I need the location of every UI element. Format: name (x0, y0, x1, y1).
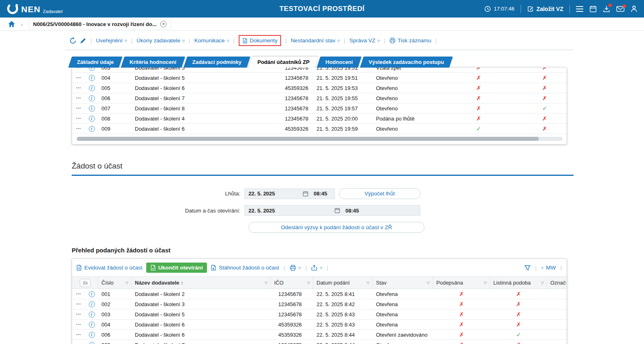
opening-date-value[interactable]: 22. 5. 2025 (245, 208, 333, 214)
row-menu-icon[interactable]: ••• (72, 96, 85, 100)
column-header-listinna-podoba[interactable]: Listinná podoba ▽ (490, 277, 547, 289)
submissions-table-body: •••i003 Dodavatel - školení 5 12345678 2… (72, 67, 567, 134)
notification-dot (609, 4, 612, 7)
tab-podani-ucastniku-zp[interactable]: Podání účastníků ZP (248, 57, 318, 68)
create-vz-button[interactable]: Založit VZ (527, 6, 563, 12)
info-icon[interactable]: i (85, 85, 98, 91)
submission-row[interactable]: •••i006 Dodavatel - školení 7 12345678 2… (72, 93, 567, 103)
main-menu-button[interactable] (576, 6, 583, 12)
toolbar-item-komunikace[interactable]: Komunikace▽ (194, 37, 229, 44)
opening-label: Datum a čas otevírání: (65, 208, 244, 214)
info-icon[interactable]: i (85, 75, 98, 81)
submission-row[interactable]: •••i005 Dodavatel - školení 6 45359326 2… (72, 83, 567, 93)
calc-deadlines-button[interactable]: Výpočet lhůt (339, 188, 420, 199)
row-menu-icon[interactable]: ••• (72, 322, 85, 326)
info-icon[interactable]: i (85, 67, 98, 71)
cell-ico: 45359326 (271, 332, 313, 338)
tab-zadavaci-podminky[interactable]: Zadávací podmínky (184, 57, 250, 68)
info-icon[interactable]: i (85, 311, 98, 318)
row-menu-icon[interactable]: ••• (72, 302, 85, 306)
submission-row[interactable]: •••i004 Dodavatel - školení 5 12345678 2… (72, 73, 567, 83)
history-button[interactable] (69, 37, 77, 44)
info-icon[interactable]: i (85, 95, 98, 101)
deadline-datetime-input[interactable]: 22. 5. 2025 08:45 (244, 188, 335, 199)
request-row[interactable]: •••i004 Dodavatel - školení 6 45359326 2… (72, 320, 567, 330)
tab-hodnoceni[interactable]: Hodnocení (317, 57, 361, 68)
edit-pencil-button[interactable] (80, 37, 86, 44)
download-requests-button[interactable]: Stáhnout žádosti o účast (211, 265, 279, 271)
cell-supplier: Dodavatel - školení 5 (132, 67, 271, 71)
info-icon[interactable]: i (85, 116, 98, 122)
finish-opening-button[interactable]: Ukončit otevírání (146, 263, 207, 273)
toolbar-item-tisk-zaznamu[interactable]: Tisk záznamu (389, 37, 431, 44)
profile-button[interactable] (631, 5, 637, 12)
tab-kriteria-hodnoceni[interactable]: Kritéria hodnocení (121, 57, 185, 68)
request-row[interactable]: •••i003 Dodavatel - školení 5 12345678 2… (72, 309, 567, 320)
info-icon[interactable]: i (85, 291, 98, 297)
export-dropdown-button[interactable]: ▽ (311, 265, 322, 271)
request-row[interactable]: •••i002 Dodavatel - školení 3 12345678 2… (72, 299, 567, 309)
info-icon[interactable]: i (85, 332, 98, 338)
print-dropdown-button[interactable]: ▽ (290, 265, 301, 271)
toolbar-item-nestandardni-stav[interactable]: Nestandardní stav▽ (291, 37, 340, 44)
toolbar-item-dokumenty[interactable]: Dokumenty (239, 35, 281, 46)
row-menu-icon[interactable]: ••• (72, 333, 85, 337)
tab-zakladni-udaje[interactable]: Základní údaje (68, 57, 123, 68)
info-icon[interactable]: i (85, 105, 98, 112)
row-menu-icon[interactable]: ••• (72, 76, 85, 80)
record-title: N006/25/V00004860 - Inovace v rozvoji ří… (33, 21, 156, 27)
calendar-icon[interactable] (333, 208, 342, 213)
filter-button[interactable] (524, 265, 531, 271)
calendar-icon[interactable] (301, 191, 310, 197)
tabs-bar: Základní údajeKritéria hodnoceníZadávací… (65, 57, 574, 68)
home-button[interactable] (8, 21, 15, 27)
open-record-tab[interactable]: N006/25/V00004860 - Inovace v rozvoji ří… (29, 19, 171, 29)
calendar-button[interactable] (589, 5, 597, 13)
messages-button[interactable] (616, 6, 624, 12)
submission-row[interactable]: •••i008 Dodavatel - školení 4 12345678 2… (72, 114, 567, 124)
column-header-nazev-dodavatele[interactable]: Název dodavatele ↑ ▽ (132, 277, 271, 289)
request-row[interactable]: •••i006 Dodavatel - školení 6 45359326 2… (72, 330, 567, 340)
deadline-time-value[interactable]: 08:45 (310, 191, 334, 197)
row-menu-icon[interactable]: ••• (72, 116, 85, 121)
info-icon[interactable]: i (85, 322, 98, 328)
scrollbar-thumb[interactable] (77, 137, 539, 141)
toolbar-item-sprava-vz[interactable]: Správa VZ▽ (349, 37, 380, 44)
send-invite-button[interactable]: Odeslání výzvy k podání žádosti o účast … (248, 222, 424, 233)
column-header-ico[interactable]: IČO ▽ (271, 277, 313, 289)
register-request-button[interactable]: Evidovat žádost o účast (76, 265, 143, 271)
view-selector[interactable]: ▽ MW (541, 265, 556, 271)
close-icon[interactable]: ✕ (160, 21, 167, 27)
row-menu-icon[interactable]: ••• (72, 127, 85, 131)
deadline-date-value[interactable]: 22. 5. 2025 (245, 191, 301, 197)
info-icon[interactable]: i (85, 342, 98, 344)
column-header-podepsana[interactable]: Podepsána ▽ (433, 277, 490, 289)
column-header-cislo[interactable]: Číslo ▽ (98, 277, 132, 289)
request-row[interactable]: •••i005 Dodavatel - školení 7 12345678 2… (72, 340, 567, 344)
toolbar-item-uverejneni[interactable]: Uveřejnění▽ (96, 37, 127, 44)
submission-row[interactable]: •••i007 Dodavatel - školení 8 12345678 2… (72, 103, 567, 114)
column-header-datum-podani[interactable]: Datum podání ▽ (313, 277, 373, 289)
column-header-oznac[interactable]: Označ ▽ (547, 277, 567, 289)
column-header-stav[interactable]: Stav ▽ (373, 277, 433, 289)
downloads-button[interactable] (603, 5, 610, 13)
row-menu-icon[interactable]: ••• (72, 86, 85, 90)
brand[interactable]: NEN Zadavatel (7, 2, 63, 15)
select-rows-button[interactable] (72, 277, 98, 289)
deadline-label: Lhůta: (65, 191, 244, 197)
row-menu-icon[interactable]: ••• (72, 106, 85, 110)
cell-ico: 45359326 (271, 322, 313, 328)
opening-datetime-input[interactable]: 22. 5. 2025 08:45 (244, 205, 420, 216)
info-icon[interactable]: i (85, 301, 98, 307)
request-row[interactable]: •••i001 Dodavatel - školení 2 12345678 2… (72, 289, 567, 299)
horizontal-scrollbar[interactable] (76, 137, 563, 141)
row-menu-icon[interactable]: ••• (72, 312, 85, 316)
view-label: MW (546, 265, 556, 271)
row-menu-icon[interactable]: ••• (72, 292, 85, 296)
info-icon[interactable]: i (85, 126, 98, 132)
tab-vysledek-zadavaciho-postupu[interactable]: Výsledek zadávacího postupu (360, 57, 453, 68)
submission-row[interactable]: •••i003 Dodavatel - školení 5 12345678 2… (72, 67, 567, 73)
submission-row[interactable]: •••i009 Dodavatel - školení 6 45359326 2… (72, 124, 567, 134)
toolbar-item-ukony-zadavatele[interactable]: Úkony zadavatele▽ (136, 37, 185, 44)
opening-time-value[interactable]: 08:45 (342, 208, 420, 214)
